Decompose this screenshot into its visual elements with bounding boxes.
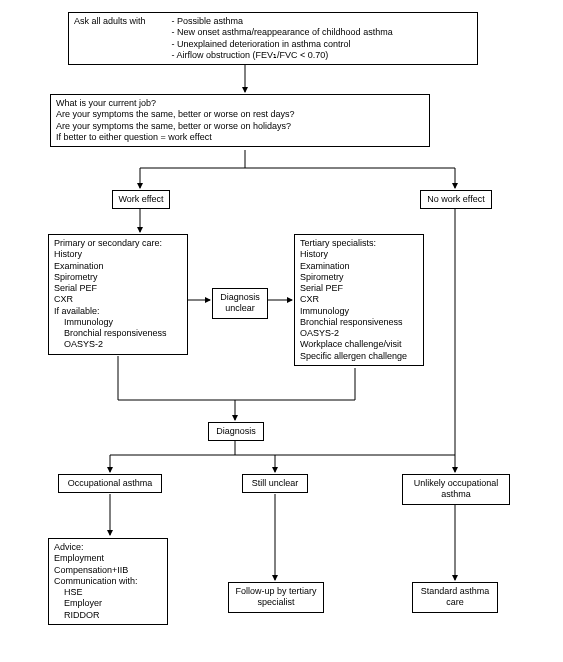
box-tertiary: Tertiary specialists: History Examinatio…	[294, 234, 424, 366]
question-line: Are your symptoms the same, better or wo…	[56, 121, 424, 132]
question-line: If better to either question = work effe…	[56, 132, 424, 143]
screening-lead: Ask all adults with	[74, 16, 169, 27]
screening-items: - Possible asthma - New onset asthma/rea…	[172, 16, 393, 61]
screening-item: - New onset asthma/reappearance of child…	[172, 27, 393, 38]
primary-item: Spirometry	[54, 272, 182, 283]
tertiary-item: Bronchial responsiveness	[300, 317, 418, 328]
tertiary-item: History	[300, 249, 418, 260]
screening-item: - Possible asthma	[172, 16, 393, 27]
tertiary-title: Tertiary specialists:	[300, 238, 418, 249]
box-followup: Follow-up by tertiary specialist	[228, 582, 324, 613]
box-no-work-effect: No work effect	[420, 190, 492, 209]
advice-sub: Employer	[54, 598, 162, 609]
question-line: What is your current job?	[56, 98, 424, 109]
box-advice: Advice: Employment Compensation+IIB Comm…	[48, 538, 168, 625]
primary-item: CXR	[54, 294, 182, 305]
tertiary-item: Specific allergen challenge	[300, 351, 418, 362]
tertiary-item: Serial PEF	[300, 283, 418, 294]
advice-sub: HSE	[54, 587, 162, 598]
primary-avail-item: Immunology	[54, 317, 182, 328]
primary-avail-item: Bronchial responsiveness	[54, 328, 182, 339]
advice-line: Compensation+IIB	[54, 565, 162, 576]
tertiary-item: CXR	[300, 294, 418, 305]
question-line: Are your symptoms the same, better or wo…	[56, 109, 424, 120]
tertiary-item: Workplace challenge/visit	[300, 339, 418, 350]
primary-item: History	[54, 249, 182, 260]
box-work-effect: Work effect	[112, 190, 170, 209]
tertiary-item: OASYS-2	[300, 328, 418, 339]
primary-avail: If available:	[54, 306, 182, 317]
advice-line: Communication with:	[54, 576, 162, 587]
screening-item: - Airflow obstruction (FEV₁/FVC < 0.70)	[172, 50, 393, 61]
tertiary-item: Spirometry	[300, 272, 418, 283]
primary-item: Serial PEF	[54, 283, 182, 294]
box-standard-care: Standard asthma care	[412, 582, 498, 613]
tertiary-item: Immunology	[300, 306, 418, 317]
primary-avail-item: OASYS-2	[54, 339, 182, 350]
box-diagnosis-unclear: Diagnosis unclear	[212, 288, 268, 319]
advice-line: Advice:	[54, 542, 162, 553]
tertiary-item: Examination	[300, 261, 418, 272]
box-diagnosis: Diagnosis	[208, 422, 264, 441]
box-still-unclear: Still unclear	[242, 474, 308, 493]
box-primary-care: Primary or secondary care: History Exami…	[48, 234, 188, 355]
box-screening: Ask all adults with - Possible asthma - …	[68, 12, 478, 65]
primary-item: Examination	[54, 261, 182, 272]
screening-item: - Unexplained deterioration in asthma co…	[172, 39, 393, 50]
primary-title: Primary or secondary care:	[54, 238, 182, 249]
box-unlikely-occupational: Unlikely occupational asthma	[402, 474, 510, 505]
advice-sub: RIDDOR	[54, 610, 162, 621]
box-questions: What is your current job? Are your sympt…	[50, 94, 430, 147]
advice-line: Employment	[54, 553, 162, 564]
box-occupational-asthma: Occupational asthma	[58, 474, 162, 493]
